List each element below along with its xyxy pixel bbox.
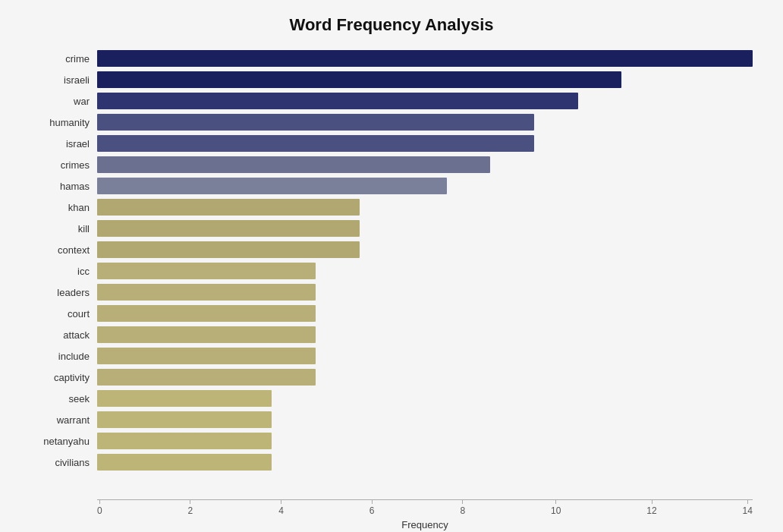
bar-track [97, 135, 753, 152]
bar-row: icc [30, 261, 753, 281]
bar-label: attack [30, 329, 97, 341]
bar-label: israel [30, 138, 97, 150]
bar-track [97, 284, 753, 301]
bar-label: kill [30, 223, 97, 235]
x-tick-line [372, 500, 373, 504]
x-tick: 0 [97, 500, 102, 516]
x-tick-line [281, 500, 281, 504]
x-tick-line [652, 500, 652, 504]
bar-fill [97, 390, 272, 407]
bar-label: leaders [30, 287, 97, 298]
chart-area: crimeisraeliwarhumanityisraelcrimeshamas… [30, 49, 753, 496]
bar-fill [97, 284, 316, 301]
bar-track [97, 114, 753, 131]
bar-row: include [30, 346, 753, 366]
x-tick-label: 12 [646, 505, 656, 516]
bar-track [97, 241, 753, 258]
bar-label: war [30, 96, 97, 107]
x-tick: 14 [743, 500, 753, 516]
chart-container: Word Frequency Analysis crimeisraeliwarh… [0, 0, 783, 532]
bar-track [97, 390, 753, 407]
bar-row: kill [30, 219, 753, 238]
bar-row: civilians [30, 452, 753, 472]
bar-label: seek [30, 393, 97, 405]
bar-fill [97, 263, 316, 279]
bar-fill [97, 305, 316, 322]
bar-track [97, 199, 753, 216]
x-tick-line [747, 500, 748, 504]
bar-fill [97, 241, 360, 258]
bar-track [97, 369, 753, 386]
bar-fill [97, 114, 534, 131]
x-tick: 4 [278, 500, 284, 516]
bar-row: khan [30, 197, 753, 217]
bar-row: seek [30, 389, 753, 408]
bar-fill [97, 326, 316, 343]
bar-label: crime [30, 53, 97, 65]
bar-row: court [30, 304, 753, 323]
bar-row: netanyahu [30, 431, 753, 451]
bar-row: leaders [30, 282, 753, 302]
bar-row: crime [30, 49, 753, 68]
bar-label: humanity [30, 117, 97, 128]
bar-label: khan [30, 202, 97, 213]
bar-label: crimes [30, 159, 97, 171]
bar-label: israeli [30, 74, 97, 86]
bar-label: civilians [30, 457, 97, 468]
x-tick-label: 2 [188, 505, 193, 516]
bar-fill [97, 71, 621, 88]
x-tick-label: 10 [551, 505, 561, 516]
x-tick: 6 [369, 500, 375, 516]
x-axis-label: Frequency [97, 519, 753, 530]
bar-row: israeli [30, 70, 753, 90]
x-axis: 02468101214 Frequency [97, 499, 753, 530]
bar-label: netanyahu [30, 436, 97, 447]
bar-fill [97, 369, 316, 386]
bar-track [97, 50, 753, 67]
bar-label: hamas [30, 181, 97, 192]
x-tick-label: 6 [369, 505, 375, 516]
x-tick-label: 4 [278, 505, 284, 516]
bar-track [97, 263, 753, 279]
bar-fill [97, 220, 360, 237]
bar-row: warrant [30, 410, 753, 430]
bar-label: include [30, 351, 97, 362]
x-tick-label: 14 [743, 505, 753, 516]
bar-fill [97, 454, 272, 471]
bar-track [97, 326, 753, 343]
bar-label: icc [30, 266, 97, 277]
bar-fill [97, 348, 316, 364]
chart-title: Word Frequency Analysis [30, 15, 753, 35]
bar-fill [97, 411, 272, 428]
x-tick: 10 [551, 500, 561, 516]
x-axis-area: 02468101214 Frequency [30, 499, 753, 530]
bar-track [97, 433, 753, 449]
x-tick: 2 [188, 500, 193, 516]
bar-track [97, 220, 753, 237]
bar-row: captivity [30, 367, 753, 387]
bar-track [97, 454, 753, 471]
bar-label: warrant [30, 414, 97, 426]
bar-row: hamas [30, 176, 753, 196]
x-tick-line [555, 500, 556, 504]
bar-row: humanity [30, 112, 753, 132]
bar-row: attack [30, 325, 753, 345]
bar-fill [97, 156, 490, 173]
bar-fill [97, 199, 360, 216]
x-tick: 12 [646, 500, 656, 516]
bar-row: context [30, 240, 753, 260]
bar-label: court [30, 308, 97, 320]
x-tick-line [99, 500, 100, 504]
x-tick-label: 8 [460, 505, 465, 516]
bar-fill [97, 433, 272, 449]
x-tick-label: 0 [97, 505, 102, 516]
x-tick: 8 [460, 500, 465, 516]
bar-track [97, 411, 753, 428]
bar-fill [97, 93, 578, 109]
bar-track [97, 156, 753, 173]
x-tick-line [462, 500, 463, 504]
bar-track [97, 305, 753, 322]
bar-track [97, 71, 753, 88]
bar-track [97, 178, 753, 194]
bar-row: war [30, 91, 753, 111]
